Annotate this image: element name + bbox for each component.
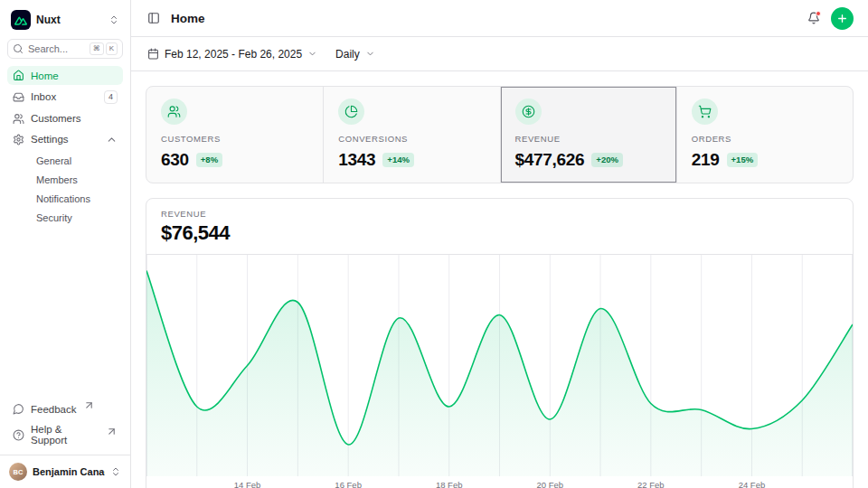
stat-chip [161,99,187,125]
x-tick-label: 18 Feb [436,480,463,488]
chevron-up-down-icon [110,466,121,477]
user-menu[interactable]: BC Benjamin Canac [0,455,130,488]
sidebar-toggle-button[interactable] [146,10,162,26]
chart-metric-label: Revenue [161,209,838,219]
workspace-name: Nuxt [36,14,103,26]
user-name: Benjamin Canac [33,466,105,477]
stat-delta-badge: +14% [382,153,414,166]
search-input[interactable]: Search... ⌘ K [7,39,123,59]
sidebar-item-feedback[interactable]: Feedback [7,399,123,418]
circle-dollar-icon [522,105,535,118]
sidebar-item-label: Inbox [31,91,98,102]
stat-label: Revenue [515,134,662,144]
content-area: Customers 630 +8% Conversions 1343 +14% [131,71,868,488]
app-root: Nuxt Search... ⌘ K Home Inbox 4 Cu [0,0,868,488]
stat-label: Orders [692,134,838,144]
sidebar-item-inbox[interactable]: Inbox 4 [7,87,123,108]
revenue-chart-svg [146,255,853,476]
message-circle-icon [13,403,24,415]
search-icon [13,43,24,54]
sidebar-item-label: Feedback [31,404,77,415]
chart-metric-value: $76,544 [161,221,838,245]
period-select[interactable]: Daily [334,44,377,64]
sidebar-item-label: Home [31,70,118,81]
sidebar-item-notifications[interactable]: Notifications [31,190,123,208]
x-tick-label: 14 Feb [234,480,261,488]
sidebar-item-home[interactable]: Home [7,66,123,85]
sidebar-item-members[interactable]: Members [31,171,123,189]
sidebar-item-settings[interactable]: Settings [7,130,123,149]
sidebar: Nuxt Search... ⌘ K Home Inbox 4 Cu [0,0,131,488]
date-range-value: Feb 12, 2025 - Feb 26, 2025 [165,48,302,61]
inbox-count-badge: 4 [104,90,118,104]
stat-chip [692,99,718,125]
stat-card-orders[interactable]: Orders 219 +15% [676,87,853,183]
sidebar-nav: Home Inbox 4 Customers Settings General … [7,66,123,227]
sidebar-item-label: Customers [31,113,118,124]
stat-value: $477,626 [515,150,585,170]
sidebar-footer-nav: Feedback Help & Support [7,399,123,449]
sidebar-item-label: Settings [31,134,99,145]
chevron-down-icon [365,49,375,59]
chevron-down-icon [307,49,317,59]
notification-dot [816,11,821,16]
stat-delta-badge: +8% [196,153,222,166]
stat-value: 630 [161,150,189,170]
settings-subnav: General Members Notifications Security [7,152,123,227]
stat-card-conversions[interactable]: Conversions 1343 +14% [323,87,499,183]
stat-card-revenue[interactable]: Revenue $477,626 +20% [500,87,676,183]
stat-label: Conversions [338,134,485,144]
main-panel: Home Feb 12, 2025 - Feb 26, 2025 Daily [131,0,868,488]
topbar: Home [131,0,868,37]
circle-help-icon [13,429,24,441]
sidebar-spacer [7,227,123,399]
external-link-icon [106,426,118,437]
x-tick-label: 16 Feb [335,480,362,488]
sidebar-item-label: Help & Support [31,424,99,446]
inbox-icon [13,91,24,103]
chevron-up-icon [106,134,118,145]
notifications-button[interactable] [807,12,820,24]
plus-icon [836,13,848,24]
users-icon [13,113,24,125]
workspace-switcher[interactable]: Nuxt [7,7,123,33]
external-link-icon [83,399,95,411]
kbd-k: K [106,42,118,55]
search-placeholder: Search... [28,43,85,54]
stats-row: Customers 630 +8% Conversions 1343 +14% [146,86,854,183]
stat-value: 1343 [338,150,375,170]
shopping-cart-icon [698,105,712,118]
stat-delta-badge: +15% [727,153,759,166]
stat-value: 219 [692,150,720,170]
calendar-icon [147,48,159,60]
gear-icon [13,134,24,145]
avatar: BC [9,463,27,481]
stat-label: Customers [161,134,308,144]
x-tick-label: 20 Feb [536,480,563,488]
x-tick-label: 24 Feb [739,480,766,488]
sidebar-item-help-support[interactable]: Help & Support [7,420,123,449]
add-button[interactable] [831,7,854,30]
users-icon [167,105,181,118]
sidebar-item-customers[interactable]: Customers [7,109,123,128]
nuxt-logo-icon [11,10,31,30]
stat-card-customers[interactable]: Customers 630 +8% [146,87,323,183]
sidebar-item-general[interactable]: General [31,152,123,170]
date-range-picker[interactable]: Feb 12, 2025 - Feb 26, 2025 [146,44,319,64]
chart-header: Revenue $76,544 [146,199,853,255]
sidebar-item-security[interactable]: Security [31,209,123,227]
stat-delta-badge: +20% [591,153,623,166]
stat-chip [338,99,364,125]
topbar-actions [807,7,854,30]
period-value: Daily [335,48,360,61]
chevron-up-down-icon [108,14,119,25]
revenue-chart-plot[interactable] [146,255,853,476]
chart-x-axis: 14 Feb16 Feb18 Feb20 Feb22 Feb24 Feb [146,476,853,488]
search-kbd-shortcut: ⌘ K [90,42,118,55]
filters-toolbar: Feb 12, 2025 - Feb 26, 2025 Daily [131,37,868,71]
page-title: Home [171,12,205,25]
house-icon [13,70,24,81]
panel-left-icon [147,12,160,24]
stat-chip [515,99,542,125]
x-tick-label: 22 Feb [637,480,665,488]
